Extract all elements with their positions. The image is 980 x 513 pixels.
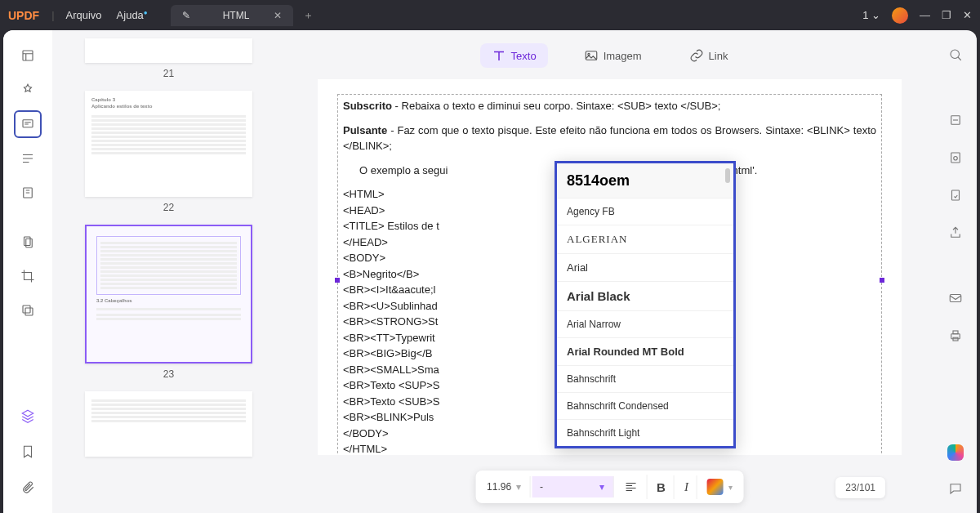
thumbnail-24[interactable] xyxy=(85,391,252,457)
page-counter[interactable]: 23/101 xyxy=(835,477,885,498)
font-option[interactable]: Bahnschrift Light xyxy=(557,419,733,446)
layers-tool-icon[interactable] xyxy=(14,297,42,324)
right-rail xyxy=(934,30,977,513)
thumbnails-icon[interactable] xyxy=(14,42,42,69)
thumbnail-22[interactable]: Capítulo 3 Aplicando estilos de texto xyxy=(85,91,252,197)
ocr-icon[interactable] xyxy=(942,107,969,133)
font-option[interactable]: ALGERIAN xyxy=(557,225,733,253)
svg-rect-5 xyxy=(23,306,30,313)
chat-icon[interactable] xyxy=(942,475,969,502)
app-logo: UPDF xyxy=(8,9,39,22)
svg-point-12 xyxy=(954,157,958,161)
crop-icon[interactable] xyxy=(14,262,42,290)
trial-indicator[interactable]: 1 ⌄ xyxy=(862,9,880,21)
font-option[interactable]: Arial Rounded MT Bold xyxy=(557,337,733,365)
outline-icon[interactable] xyxy=(14,145,42,172)
font-option[interactable]: Bahnschrift Condensed xyxy=(557,392,733,419)
menu-file[interactable]: Arquivo xyxy=(66,9,102,21)
apps-icon[interactable] xyxy=(942,439,969,466)
bookmark-icon[interactable] xyxy=(14,438,42,466)
protect-icon[interactable] xyxy=(942,182,969,208)
format-toolbar: 11.96 ▾ -▾ B I ▾ xyxy=(475,471,744,503)
close-icon[interactable]: ✕ xyxy=(274,10,282,21)
search-icon[interactable] xyxy=(942,42,969,68)
mail-icon[interactable] xyxy=(942,285,969,311)
print-icon[interactable] xyxy=(942,323,969,349)
minimize-icon[interactable]: — xyxy=(920,9,930,21)
thumbnail-panel: 21 Capítulo 3 Aplicando estilos de texto… xyxy=(52,30,285,513)
thumb-label: 21 xyxy=(85,68,252,79)
font-option[interactable]: Arial Black xyxy=(557,281,733,310)
attachment-icon[interactable] xyxy=(14,474,42,502)
left-rail xyxy=(3,30,52,513)
svg-rect-0 xyxy=(23,51,33,60)
font-option[interactable]: Arial Narrow xyxy=(557,310,733,337)
document-tab[interactable]: ✎ HTML ✕ xyxy=(171,5,294,26)
font-dropdown[interactable]: 8514oem Agency FBALGERIANArialArial Blac… xyxy=(555,161,736,448)
svg-rect-16 xyxy=(953,331,958,334)
thumbnail-21[interactable] xyxy=(85,38,252,63)
svg-rect-11 xyxy=(951,153,960,163)
color-picker-button[interactable]: ▾ xyxy=(699,474,741,500)
svg-rect-6 xyxy=(25,308,33,315)
font-option[interactable]: Agency FB xyxy=(557,198,733,225)
user-avatar[interactable] xyxy=(892,7,908,24)
tab-title: HTML xyxy=(223,10,250,21)
font-dropdown-header: 8514oem xyxy=(557,163,733,198)
image-tool-button[interactable]: Imagem xyxy=(572,43,653,68)
svg-rect-15 xyxy=(951,334,960,339)
font-option[interactable]: Bahnschrift xyxy=(557,365,733,392)
comment-tool-icon[interactable] xyxy=(14,110,42,138)
content-area: Texto Imagem Link Subscrito - Rebaixa o … xyxy=(285,30,934,513)
scrollbar-thumb[interactable] xyxy=(725,168,730,183)
thumb-label: 22 xyxy=(85,202,252,213)
edit-tool-icon[interactable] xyxy=(14,179,42,207)
share-icon[interactable] xyxy=(942,220,969,246)
svg-rect-14 xyxy=(950,295,961,302)
svg-rect-13 xyxy=(952,190,960,200)
text-tool-button[interactable]: Texto xyxy=(480,43,548,68)
font-family-selector[interactable]: -▾ xyxy=(532,476,613,497)
thumb-label: 23 xyxy=(85,368,252,380)
font-option[interactable]: Arial xyxy=(557,253,733,281)
italic-button[interactable]: I xyxy=(676,475,697,499)
save-icon[interactable] xyxy=(942,145,969,171)
divider: | xyxy=(51,9,54,21)
link-tool-button[interactable]: Link xyxy=(678,43,740,68)
svg-rect-3 xyxy=(24,237,31,246)
layers-icon[interactable] xyxy=(14,402,42,430)
pages-icon[interactable] xyxy=(14,228,42,256)
maximize-icon[interactable]: ❐ xyxy=(942,9,951,21)
menu-help[interactable]: Ajuda● xyxy=(117,9,148,21)
align-button[interactable] xyxy=(615,475,647,499)
bookmark-tool-icon[interactable] xyxy=(14,76,42,104)
bold-button[interactable]: B xyxy=(648,475,675,499)
font-size-selector[interactable]: 11.96 ▾ xyxy=(479,476,530,497)
titlebar: UPDF | Arquivo Ajuda● ✎ HTML ✕ ＋ 1 ⌄ — ❐… xyxy=(0,0,980,30)
svg-rect-1 xyxy=(23,120,33,127)
add-tab-button[interactable]: ＋ xyxy=(303,8,314,23)
tab-icon: ✎ xyxy=(182,10,190,21)
svg-point-9 xyxy=(951,50,960,59)
top-toolbar: Texto Imagem Link xyxy=(285,38,934,79)
close-window-icon[interactable]: ✕ xyxy=(963,9,972,21)
svg-rect-4 xyxy=(26,239,33,248)
thumbnail-23[interactable]: 3.2 Cabeçalhos xyxy=(85,225,252,364)
